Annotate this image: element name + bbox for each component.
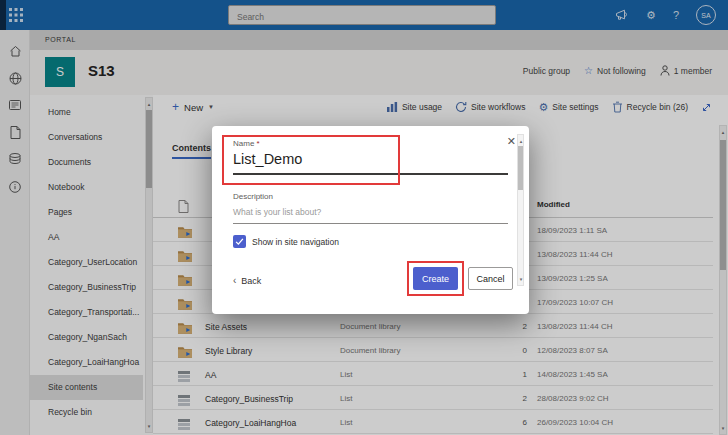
description-label: Description — [233, 192, 273, 201]
scrollbar-thumb[interactable] — [518, 146, 523, 190]
name-field[interactable]: List_Demo — [233, 151, 302, 167]
description-field-underline — [233, 223, 508, 224]
scroll-up-icon[interactable]: ▴ — [518, 136, 524, 146]
back-button[interactable]: ‹ Back — [233, 275, 261, 286]
scroll-down-icon[interactable]: ▾ — [518, 274, 524, 284]
cancel-button[interactable]: Cancel — [468, 267, 513, 290]
description-field[interactable]: What is your list about? — [233, 207, 321, 217]
create-list-dialog: ✕ Name * List_Demo Description What is y… — [212, 126, 529, 314]
name-label: Name * — [233, 139, 260, 148]
show-in-navigation-checkbox[interactable] — [233, 235, 246, 248]
name-field-underline — [233, 173, 508, 175]
sharepoint-app: ⚙ ? SA PORTAL S S13 Public g — [0, 0, 728, 435]
dialog-scrollbar[interactable]: ▴ ▾ — [517, 134, 524, 286]
required-mark: * — [257, 139, 260, 148]
create-button[interactable]: Create — [413, 267, 458, 290]
check-icon — [235, 237, 244, 246]
show-in-navigation-label: Show in site navigation — [252, 237, 339, 247]
chevron-left-icon: ‹ — [233, 275, 236, 286]
close-icon[interactable]: ✕ — [507, 135, 516, 148]
